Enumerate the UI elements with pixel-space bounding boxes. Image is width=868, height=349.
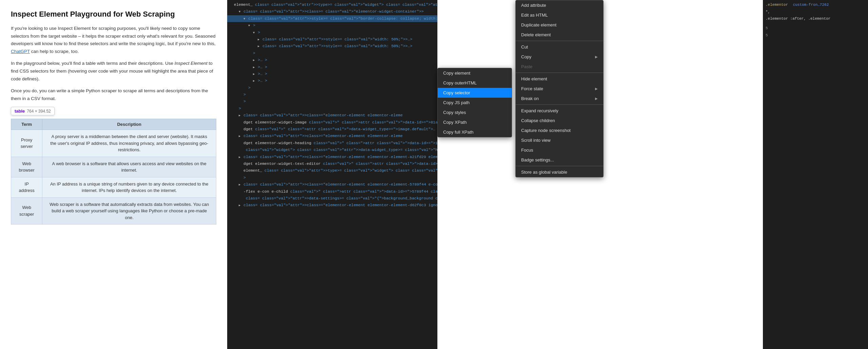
- paragraph-3: Once you do, you can write a simple Pyth…: [11, 87, 216, 103]
- submenu-arrow-icon: ▶: [595, 97, 598, 100]
- table-row: Proxy server A proxy server is a middlem…: [11, 130, 216, 157]
- table-row: Web browser A web browser is a software …: [11, 157, 216, 177]
- article-panel: Inspect Element Playground for Web Scrap…: [0, 0, 227, 349]
- code-line[interactable]: >: [227, 50, 437, 57]
- article-title: Inspect Element Playground for Web Scrap…: [11, 9, 216, 19]
- code-line[interactable]: >: [227, 174, 437, 181]
- code-line[interactable]: class= class="val">"attr">>data-settings…: [227, 195, 437, 202]
- css-line-3: .elementor :after, .elementor: [763, 15, 868, 22]
- tooltip-tag: table: [15, 109, 25, 114]
- code-line[interactable]: ▼ >: [227, 29, 437, 36]
- table-cell-description: An IP address is a unique string of numb…: [42, 177, 216, 197]
- submenu-arrow-icon: ▶: [595, 55, 598, 59]
- menu-item-hide-element[interactable]: Hide element: [516, 74, 603, 84]
- table-row: IP address An IP address is a unique str…: [11, 177, 216, 197]
- code-line[interactable]: dget elementor-widget-text-editor class=…: [227, 160, 437, 167]
- menu-item-copy-styles[interactable]: Copy styles: [438, 108, 512, 117]
- code-line[interactable]: >: [227, 84, 437, 91]
- code-line[interactable]: element_ class= class="val">"attr">>type…: [227, 1, 437, 8]
- menu-item-focus[interactable]: Focus: [516, 145, 603, 155]
- table-cell-description: A proxy server is a middleman between th…: [42, 130, 216, 157]
- menu-item-copy-js-path[interactable]: Copy JS path: [438, 98, 512, 108]
- menu-item-capture-node-screenshot[interactable]: Capture node screenshot: [516, 125, 603, 135]
- main-context-menu[interactable]: Add attributeEdit as HTMLDuplicate eleme…: [515, 0, 604, 177]
- table-cell-term: Web scraper: [11, 197, 42, 225]
- menu-item-force-state[interactable]: Force state▶: [516, 84, 603, 94]
- code-line[interactable]: ▶ class= class="val">"attr">>class>="ele…: [227, 133, 437, 139]
- code-line[interactable]: dget class="val">" class=">attr class="v…: [227, 126, 437, 133]
- devtools-html-panel: element_ class= class="val">"attr">>type…: [227, 0, 437, 349]
- menu-item-add-attribute[interactable]: Add attribute: [516, 0, 603, 10]
- table-cell-description: Web scraper is a software that automatic…: [42, 197, 216, 225]
- menu-divider: [516, 73, 603, 73]
- menu-divider: [516, 166, 603, 166]
- code-line[interactable]: -flex e-con e-child class="val">" class=…: [227, 188, 437, 195]
- scraping-playground-table: Term Description Proxy server A proxy se…: [11, 119, 216, 225]
- css-line-2: *,: [763, 8, 868, 16]
- code-line[interactable]: ▶ class= class="val">"attr">>style>= cla…: [227, 36, 437, 43]
- menu-item-delete-element[interactable]: Delete element: [516, 30, 603, 40]
- menu-item-copy-element[interactable]: Copy element: [438, 68, 512, 78]
- code-line[interactable]: class="val">"widget"> class= class="val"…: [227, 147, 437, 153]
- menu-item-collapse-children[interactable]: Collapse children: [516, 116, 603, 125]
- menu-item-copy-outerhtml[interactable]: Copy outerHTML: [438, 78, 512, 88]
- menu-item-copy-selector[interactable]: Copy selector: [438, 88, 512, 98]
- tooltip-dimensions: 764 × 394.52: [27, 109, 51, 114]
- menu-item-paste: Paste: [516, 62, 603, 72]
- code-line[interactable]: ▶ >… >: [227, 77, 437, 84]
- code-line[interactable]: ▶ class= class="val">"attr">>class>="ele…: [227, 154, 437, 160]
- table-header-term: Term: [11, 119, 42, 130]
- menu-item-scroll-into-view[interactable]: Scroll into view: [516, 135, 603, 145]
- menu-item-cut[interactable]: Cut: [516, 42, 603, 52]
- menu-item-edit-as-html[interactable]: Edit as HTML: [516, 10, 603, 20]
- menu-item-copy-xpath[interactable]: Copy XPath: [438, 117, 512, 127]
- css-line-1: .elementor custom-fron…7262: [763, 1, 868, 8]
- menu-divider: [516, 41, 603, 41]
- paragraph-1: If you're looking to use Inspect Element…: [11, 25, 216, 56]
- menu-item-expand-recursively[interactable]: Expand recursively: [516, 106, 603, 116]
- submenu-arrow-icon: ▶: [595, 87, 598, 91]
- right-section: Copy elementCopy outerHTMLCopy selectorC…: [437, 0, 868, 349]
- menu-item-break-on[interactable]: Break on▶: [516, 94, 603, 103]
- code-line[interactable]: ▶ class= class="val">"attr">>class>="ele…: [227, 202, 437, 209]
- menu-item-copy-full-xpath[interactable]: Copy full XPath: [438, 127, 512, 137]
- inspect-em: Inspect Element: [175, 61, 208, 66]
- menu-item-duplicate-element[interactable]: Duplicate element: [516, 20, 603, 30]
- code-line[interactable]: dget elementor-widget-image class="val">…: [227, 119, 437, 126]
- devtools-code-view[interactable]: element_ class= class="val">"attr">>type…: [227, 0, 437, 349]
- code-line[interactable]: ▶ class= class="val">"attr">>class>="ele…: [227, 181, 437, 188]
- css-panel: .elementor custom-fron…7262 *, .elemento…: [763, 0, 868, 349]
- code-line[interactable]: ▶ >… >: [227, 57, 437, 63]
- code-line[interactable]: ▶ class= class="val">"attr">>style>= cla…: [227, 43, 437, 50]
- code-line[interactable]: element_ class= class="val">"attr">>type…: [227, 167, 437, 174]
- table-cell-term: Proxy server: [11, 130, 42, 157]
- code-line[interactable]: ▶ class= class="val">"attr">>class>="ele…: [227, 112, 437, 119]
- menu-item-copy[interactable]: Copy▶: [516, 52, 603, 62]
- chatgpt-link[interactable]: ChatGPT: [11, 49, 30, 54]
- table-cell-term: Web browser: [11, 157, 42, 177]
- code-line[interactable]: ▼ >: [227, 22, 437, 29]
- table-row: Web scraper Web scraper is a software th…: [11, 197, 216, 225]
- code-line[interactable]: ▶ >… >: [227, 71, 437, 77]
- copy-submenu[interactable]: Copy elementCopy outerHTMLCopy selectorC…: [437, 68, 512, 137]
- table-cell-term: IP address: [11, 177, 42, 197]
- code-line[interactable]: dget elementor-widget-heading class="val…: [227, 140, 437, 147]
- code-line[interactable]: >: [227, 91, 437, 98]
- menu-item-store-as-global-variable[interactable]: Store as global variable: [516, 167, 603, 177]
- table-header-description: Description: [42, 119, 216, 130]
- menu-item-badge-settings-[interactable]: Badge settings...: [516, 155, 603, 165]
- code-line[interactable]: ▼ class= class="val">"attr">>style>= cla…: [227, 15, 437, 22]
- code-line[interactable]: >: [227, 98, 437, 105]
- menu-divider: [516, 104, 603, 105]
- code-line[interactable]: ▼ class= class="val">"attr">>class>= cla…: [227, 8, 437, 15]
- table-tooltip: table 764 × 394.52: [11, 107, 55, 115]
- paragraph-2: In the playground below, you'll find a t…: [11, 60, 216, 83]
- code-line[interactable]: >: [227, 105, 437, 112]
- table-cell-description: A web browser is a software that allows …: [42, 157, 216, 177]
- code-line[interactable]: ▶ >… >: [227, 64, 437, 71]
